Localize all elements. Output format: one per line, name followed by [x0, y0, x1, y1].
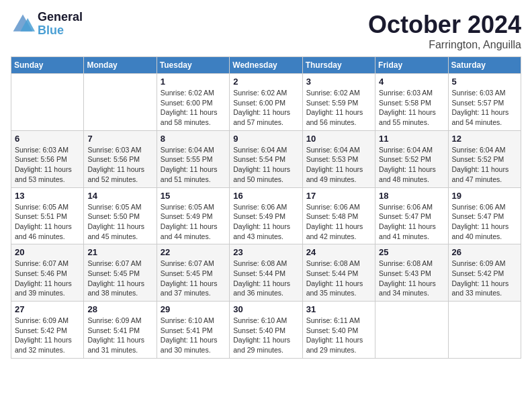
calendar-cell: 18Sunrise: 6:06 AMSunset: 5:47 PMDayligh… [375, 187, 448, 244]
day-info: Sunrise: 6:05 AMSunset: 5:51 PMDaylight:… [15, 202, 80, 242]
day-number: 29 [161, 304, 226, 314]
calendar-cell: 31Sunrise: 6:11 AMSunset: 5:40 PMDayligh… [302, 302, 375, 359]
week-row-3: 13Sunrise: 6:05 AMSunset: 5:51 PMDayligh… [11, 187, 521, 244]
day-number: 25 [379, 247, 444, 257]
week-row-4: 20Sunrise: 6:07 AMSunset: 5:46 PMDayligh… [11, 244, 521, 302]
day-info: Sunrise: 6:08 AMSunset: 5:43 PMDaylight:… [379, 259, 444, 298]
day-number: 27 [15, 304, 80, 314]
column-header-wednesday: Wednesday [230, 57, 302, 74]
calendar-cell [375, 302, 448, 359]
day-info: Sunrise: 6:06 AMSunset: 5:47 PMDaylight:… [379, 202, 444, 242]
day-info: Sunrise: 6:04 AMSunset: 5:53 PMDaylight:… [306, 145, 371, 185]
day-info: Sunrise: 6:08 AMSunset: 5:44 PMDaylight:… [233, 259, 298, 298]
calendar-cell: 2Sunrise: 6:02 AMSunset: 6:00 PMDaylight… [230, 74, 302, 131]
day-info: Sunrise: 6:10 AMSunset: 5:41 PMDaylight:… [161, 316, 226, 355]
day-info: Sunrise: 6:04 AMSunset: 5:52 PMDaylight:… [452, 145, 517, 185]
calendar-cell: 19Sunrise: 6:06 AMSunset: 5:47 PMDayligh… [448, 187, 521, 244]
calendar-header-row: SundayMondayTuesdayWednesdayThursdayFrid… [11, 57, 521, 74]
calendar-cell: 15Sunrise: 6:05 AMSunset: 5:49 PMDayligh… [157, 187, 229, 244]
calendar-cell: 11Sunrise: 6:04 AMSunset: 5:52 PMDayligh… [375, 130, 448, 187]
calendar-cell: 5Sunrise: 6:03 AMSunset: 5:57 PMDaylight… [448, 74, 521, 131]
calendar-cell [11, 74, 84, 131]
day-info: Sunrise: 6:03 AMSunset: 5:56 PMDaylight:… [87, 145, 152, 185]
day-info: Sunrise: 6:04 AMSunset: 5:55 PMDaylight:… [161, 145, 226, 185]
calendar-cell: 12Sunrise: 6:04 AMSunset: 5:52 PMDayligh… [448, 130, 521, 187]
day-info: Sunrise: 6:11 AMSunset: 5:40 PMDaylight:… [306, 316, 371, 355]
calendar-cell: 7Sunrise: 6:03 AMSunset: 5:56 PMDaylight… [84, 130, 157, 187]
calendar-cell: 3Sunrise: 6:02 AMSunset: 5:59 PMDaylight… [302, 74, 375, 131]
day-info: Sunrise: 6:04 AMSunset: 5:52 PMDaylight:… [379, 145, 444, 185]
calendar-cell: 24Sunrise: 6:08 AMSunset: 5:44 PMDayligh… [302, 244, 375, 302]
day-number: 12 [452, 134, 517, 144]
day-number: 5 [452, 77, 517, 87]
day-number: 11 [379, 134, 444, 144]
day-info: Sunrise: 6:10 AMSunset: 5:40 PMDaylight:… [233, 316, 298, 355]
calendar-cell: 29Sunrise: 6:10 AMSunset: 5:41 PMDayligh… [157, 302, 229, 359]
week-row-5: 27Sunrise: 6:09 AMSunset: 5:42 PMDayligh… [11, 302, 521, 359]
day-info: Sunrise: 6:05 AMSunset: 5:49 PMDaylight:… [161, 202, 226, 242]
day-number: 23 [233, 247, 298, 257]
day-number: 13 [15, 191, 80, 201]
day-number: 4 [379, 77, 444, 87]
day-number: 8 [161, 134, 226, 144]
calendar-cell [84, 74, 157, 131]
day-info: Sunrise: 6:09 AMSunset: 5:42 PMDaylight:… [452, 259, 517, 298]
day-info: Sunrise: 6:07 AMSunset: 5:46 PMDaylight:… [15, 259, 80, 298]
day-number: 21 [87, 247, 152, 257]
logo: General Blue [11, 11, 83, 38]
page-header: General Blue October 2024 Farrington, An… [11, 11, 521, 51]
day-number: 10 [306, 134, 371, 144]
day-number: 30 [233, 304, 298, 314]
day-number: 2 [233, 77, 298, 87]
day-info: Sunrise: 6:08 AMSunset: 5:44 PMDaylight:… [306, 259, 371, 298]
calendar-cell: 1Sunrise: 6:02 AMSunset: 6:00 PMDaylight… [157, 74, 229, 131]
location-title: Farrington, Anguilla [368, 39, 521, 51]
day-info: Sunrise: 6:03 AMSunset: 5:58 PMDaylight:… [379, 88, 444, 128]
day-info: Sunrise: 6:06 AMSunset: 5:48 PMDaylight:… [306, 202, 371, 242]
week-row-2: 6Sunrise: 6:03 AMSunset: 5:56 PMDaylight… [11, 130, 521, 187]
day-number: 24 [306, 247, 371, 257]
day-number: 7 [87, 134, 152, 144]
calendar-cell: 27Sunrise: 6:09 AMSunset: 5:42 PMDayligh… [11, 302, 84, 359]
calendar-cell: 14Sunrise: 6:05 AMSunset: 5:50 PMDayligh… [84, 187, 157, 244]
week-row-1: 1Sunrise: 6:02 AMSunset: 6:00 PMDaylight… [11, 74, 521, 131]
column-header-monday: Monday [84, 57, 157, 74]
day-number: 6 [15, 134, 80, 144]
column-header-thursday: Thursday [302, 57, 375, 74]
day-number: 3 [306, 77, 371, 87]
month-title: October 2024 [368, 11, 521, 39]
column-header-tuesday: Tuesday [157, 57, 229, 74]
day-number: 31 [306, 304, 371, 314]
calendar-cell [448, 302, 521, 359]
calendar-cell: 4Sunrise: 6:03 AMSunset: 5:58 PMDaylight… [375, 74, 448, 131]
calendar-cell: 25Sunrise: 6:08 AMSunset: 5:43 PMDayligh… [375, 244, 448, 302]
day-info: Sunrise: 6:02 AMSunset: 6:00 PMDaylight:… [233, 88, 298, 128]
calendar-cell: 30Sunrise: 6:10 AMSunset: 5:40 PMDayligh… [230, 302, 302, 359]
calendar-cell: 17Sunrise: 6:06 AMSunset: 5:48 PMDayligh… [302, 187, 375, 244]
day-info: Sunrise: 6:06 AMSunset: 5:49 PMDaylight:… [233, 202, 298, 242]
logo-icon [11, 12, 35, 36]
day-number: 15 [161, 191, 226, 201]
calendar-cell: 16Sunrise: 6:06 AMSunset: 5:49 PMDayligh… [230, 187, 302, 244]
calendar-cell: 8Sunrise: 6:04 AMSunset: 5:55 PMDaylight… [157, 130, 229, 187]
day-number: 22 [161, 247, 226, 257]
day-info: Sunrise: 6:09 AMSunset: 5:42 PMDaylight:… [15, 316, 80, 355]
day-info: Sunrise: 6:03 AMSunset: 5:56 PMDaylight:… [15, 145, 80, 185]
calendar-cell: 20Sunrise: 6:07 AMSunset: 5:46 PMDayligh… [11, 244, 84, 302]
calendar-cell: 10Sunrise: 6:04 AMSunset: 5:53 PMDayligh… [302, 130, 375, 187]
calendar-cell: 26Sunrise: 6:09 AMSunset: 5:42 PMDayligh… [448, 244, 521, 302]
day-number: 16 [233, 191, 298, 201]
title-area: October 2024 Farrington, Anguilla [368, 11, 521, 51]
day-info: Sunrise: 6:03 AMSunset: 5:57 PMDaylight:… [452, 88, 517, 128]
calendar-cell: 13Sunrise: 6:05 AMSunset: 5:51 PMDayligh… [11, 187, 84, 244]
day-number: 1 [161, 77, 226, 87]
day-number: 17 [306, 191, 371, 201]
day-number: 18 [379, 191, 444, 201]
calendar-cell: 22Sunrise: 6:07 AMSunset: 5:45 PMDayligh… [157, 244, 229, 302]
day-info: Sunrise: 6:09 AMSunset: 5:41 PMDaylight:… [87, 316, 152, 355]
day-number: 20 [15, 247, 80, 257]
day-info: Sunrise: 6:06 AMSunset: 5:47 PMDaylight:… [452, 202, 517, 242]
day-number: 19 [452, 191, 517, 201]
calendar-cell: 28Sunrise: 6:09 AMSunset: 5:41 PMDayligh… [84, 302, 157, 359]
day-number: 14 [87, 191, 152, 201]
